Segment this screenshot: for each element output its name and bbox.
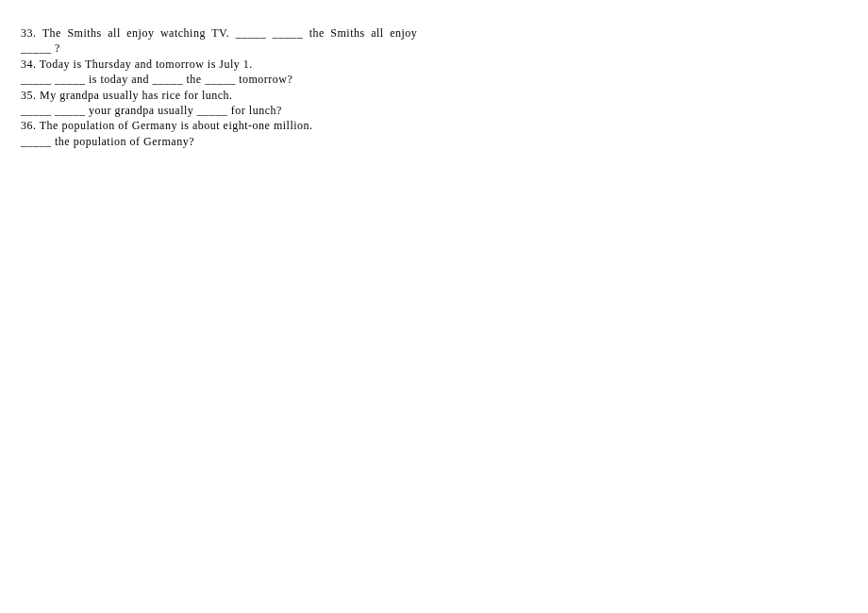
question-36-line-2: _____ the population of Germany? — [21, 135, 847, 148]
question-36-line-1: 36. The population of Germany is about e… — [21, 119, 847, 132]
question-35-line-2: _____ _____ your grandpa usually _____ f… — [21, 104, 847, 117]
question-34-line-1: 34. Today is Thursday and tomorrow is Ju… — [21, 58, 847, 71]
question-35-line-1: 35. My grandpa usually has rice for lunc… — [21, 89, 847, 102]
question-34-line-2: _____ _____ is today and _____ the _____… — [21, 73, 847, 86]
question-33-line-2: _____ ? — [21, 41, 847, 55]
question-33-line-1: 33. The Smiths all enjoy watching TV. __… — [21, 26, 847, 40]
